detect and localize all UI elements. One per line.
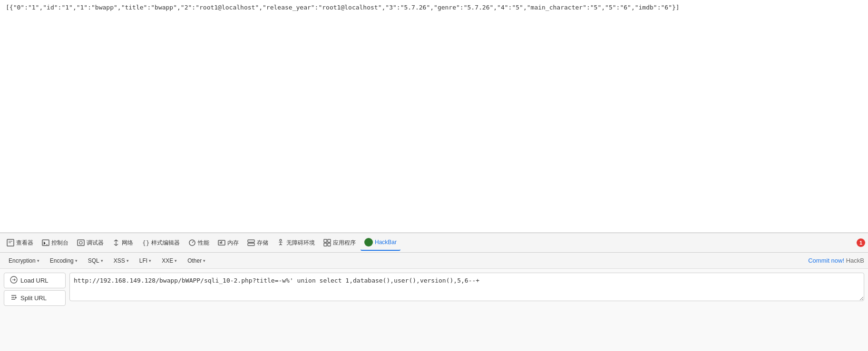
svg-rect-7 — [220, 242, 221, 244]
sql-dropdown[interactable]: SQL ▾ — [83, 255, 108, 267]
split-url-label: Split URL — [20, 294, 47, 302]
debugger-icon — [77, 239, 85, 247]
svg-text:{}: {} — [142, 239, 149, 247]
inspector-icon — [7, 239, 14, 247]
svg-rect-13 — [328, 239, 331, 242]
application-icon — [323, 239, 331, 247]
svg-rect-10 — [248, 243, 254, 246]
debugger-label: 调试器 — [87, 239, 104, 247]
devtools-bar: 查看器 控制台 调试器 网络 {} 样式编辑器 性能 — [0, 233, 868, 253]
devtools-network[interactable]: 网络 — [108, 235, 137, 251]
storage-icon — [247, 239, 255, 247]
devtools-inspector[interactable]: 查看器 — [3, 235, 37, 251]
load-url-icon — [10, 276, 18, 285]
hackbar-dot-icon — [364, 238, 373, 247]
accessibility-icon — [277, 239, 284, 247]
xxe-arrow-icon: ▾ — [175, 258, 177, 263]
hackbe-label: HackB — [846, 257, 864, 264]
xxe-label: XXE — [162, 257, 173, 264]
application-label: 应用程序 — [333, 239, 356, 247]
style-editor-icon: {} — [142, 239, 149, 247]
split-url-icon — [10, 294, 18, 303]
svg-rect-1 — [42, 240, 49, 246]
json-output: [{"0":"1","id":"1","1":"bwapp","title":"… — [6, 4, 862, 11]
lfi-label: LFI — [139, 257, 147, 264]
encoding-arrow-icon: ▾ — [75, 258, 78, 263]
svg-rect-15 — [328, 243, 331, 246]
split-url-button[interactable]: Split URL — [4, 290, 66, 306]
hackbar-toolbar: Encryption ▾ Encoding ▾ SQL ▾ XSS ▾ LFI … — [0, 253, 868, 269]
other-arrow-icon: ▾ — [203, 258, 205, 263]
devtools-application[interactable]: 应用程序 — [320, 235, 360, 251]
commit-now-button[interactable]: Commit now! HackB — [808, 257, 864, 264]
encryption-dropdown[interactable]: Encryption ▾ — [4, 255, 44, 267]
sql-label: SQL — [88, 257, 99, 264]
devtools-style-editor[interactable]: {} 样式编辑器 — [138, 235, 184, 251]
svg-rect-14 — [324, 243, 327, 246]
xss-arrow-icon: ▾ — [127, 258, 129, 263]
memory-icon — [218, 239, 225, 247]
hackbar-label: HackBar — [375, 239, 397, 246]
lfi-arrow-icon: ▾ — [149, 258, 151, 263]
console-label: 控制台 — [51, 239, 68, 247]
load-url-label: Load URL — [20, 277, 49, 284]
load-url-button[interactable]: Load URL — [4, 273, 66, 288]
svg-rect-8 — [221, 241, 222, 244]
storage-label: 存储 — [257, 239, 268, 247]
performance-icon — [188, 239, 196, 247]
encoding-label: Encoding — [50, 257, 74, 264]
svg-point-11 — [280, 239, 282, 241]
devtools-memory[interactable]: 内存 — [214, 235, 243, 251]
memory-label: 内存 — [227, 239, 239, 247]
encoding-dropdown[interactable]: Encoding ▾ — [45, 255, 82, 267]
hackbar-input-area: Load URL Split URL — [0, 269, 868, 351]
devtools-storage[interactable]: 存储 — [244, 235, 272, 251]
encryption-arrow-icon: ▾ — [37, 258, 39, 263]
xss-label: XSS — [114, 257, 125, 264]
lfi-dropdown[interactable]: LFI ▾ — [135, 255, 156, 267]
xss-dropdown[interactable]: XSS ▾ — [109, 255, 134, 267]
hackbar-left-buttons: Load URL Split URL — [4, 273, 66, 306]
devtools-accessibility[interactable]: 无障碍环境 — [273, 235, 319, 251]
svg-rect-9 — [248, 240, 254, 242]
devtools-hackbar[interactable]: HackBar — [361, 235, 400, 251]
devtools-performance[interactable]: 性能 — [185, 235, 213, 251]
svg-point-3 — [79, 241, 82, 244]
url-textarea[interactable] — [69, 273, 864, 301]
commit-now-label: Commit now! — [808, 257, 844, 264]
performance-label: 性能 — [198, 239, 209, 247]
other-dropdown[interactable]: Other ▾ — [183, 255, 210, 267]
other-label: Other — [187, 257, 202, 264]
svg-rect-2 — [78, 240, 84, 246]
network-icon — [112, 239, 120, 247]
xxe-dropdown[interactable]: XXE ▾ — [157, 255, 182, 267]
devtools-debugger[interactable]: 调试器 — [73, 235, 107, 251]
style-editor-label: 样式编辑器 — [151, 239, 180, 247]
sql-arrow-icon: ▾ — [101, 258, 103, 263]
console-icon — [42, 239, 49, 247]
encryption-label: Encryption — [9, 257, 36, 264]
network-label: 网络 — [122, 239, 133, 247]
main-content-area: [{"0":"1","id":"1","1":"bwapp","title":"… — [0, 0, 868, 233]
devtools-console[interactable]: 控制台 — [38, 235, 72, 251]
inspector-label: 查看器 — [16, 239, 33, 247]
error-badge: 1 — [857, 238, 865, 247]
accessibility-label: 无障碍环境 — [286, 239, 315, 247]
svg-rect-12 — [324, 239, 327, 242]
